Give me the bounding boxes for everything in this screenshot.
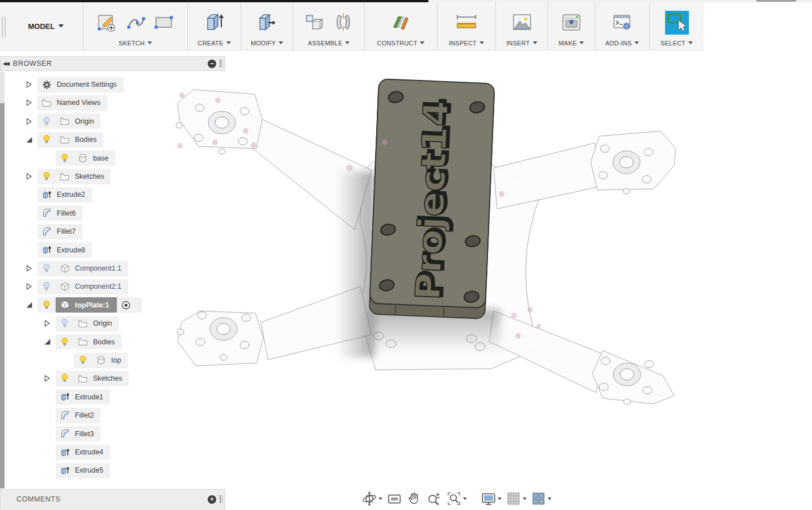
tree-row-extrude2[interactable]: Extrude2 [0,187,92,203]
activate-component-radio-icon[interactable] [117,297,135,313]
display-settings-icon [481,491,497,507]
viewports-tool[interactable] [529,490,553,507]
toolbar-group-sketch: SKETCH [83,2,187,50]
toolbar-group-assemble: ASSEMBLE [293,2,364,50]
comments-panel-header[interactable]: COMMENTS + [0,489,225,509]
rectangle-tool-icon[interactable] [153,11,175,34]
expand-arrow-icon[interactable] [20,113,37,129]
toolbar-group-modify: MODIFY [241,2,293,50]
viewports-icon [531,491,546,507]
select-menu[interactable]: SELECT [660,40,693,48]
tree-row-fillet3[interactable]: Fillet3 [0,426,100,441]
visibility-bulb-icon[interactable] [37,279,56,294]
toolbar-group-select: SELECT [649,2,704,50]
construction-plane-icon[interactable] [390,11,413,34]
tree-row-bodies[interactable]: Bodies [0,132,103,147]
visibility-bulb-icon[interactable] [74,353,92,368]
orbit-tool[interactable] [360,490,384,507]
tree-row-component2-1[interactable]: Component2:1 [0,279,128,294]
top-plate-body[interactable]: Project14 Project14 [369,79,494,319]
selected-item-highlight[interactable]: topPlate:1 [56,297,117,313]
expand-arrow-icon[interactable] [20,77,37,92]
collapse-arrow-icon[interactable] [39,334,56,349]
3d-print-icon[interactable] [560,11,583,34]
construct-menu[interactable]: CONSTRUCT [377,40,425,48]
addins-menu[interactable]: ADD-INS [605,40,639,48]
expand-arrow-icon[interactable] [20,95,37,111]
scripts-addins-icon[interactable] [611,11,634,34]
grid-settings-tool[interactable] [504,490,528,507]
fit-tool[interactable] [445,490,468,507]
collapse-arrow-icon[interactable] [20,132,37,147]
tree-row-extrude8[interactable]: Extrude8 [0,242,92,258]
gear-icon [37,77,56,92]
visibility-bulb-icon[interactable] [37,169,56,184]
measure-tool-icon[interactable] [454,11,479,34]
assemble-menu[interactable]: ASSEMBLE [308,40,350,48]
tree-row-sketches[interactable]: Sketches [0,169,111,184]
tree-row-extrude5[interactable]: Extrude5 [0,463,110,478]
arrow-spacer [39,426,56,441]
tree-row-bodies[interactable]: Bodies [0,334,121,349]
press-pull-tool-icon[interactable] [256,11,279,34]
select-tool-active[interactable] [665,11,689,35]
expand-arrow-icon[interactable] [20,261,37,276]
modify-menu[interactable]: MODIFY [251,40,283,48]
visibility-bulb-icon[interactable] [37,132,56,147]
workspace-selector[interactable]: MODEL [9,2,83,50]
extrude-feature-icon [56,445,74,460]
toolbar-drag-handle[interactable] [0,2,9,50]
expand-arrow-icon[interactable] [20,169,37,184]
expand-arrow-icon[interactable] [39,316,56,331]
visibility-bulb-icon[interactable] [56,316,74,331]
create-sketch-icon[interactable] [96,11,119,34]
tree-row-topplate-1[interactable]: topPlate:1 [0,297,142,313]
create-menu[interactable]: CREATE [197,40,230,48]
tree-row-named-views[interactable]: Named Views [0,95,107,111]
tree-row-extrude4[interactable]: Extrude4 [0,445,110,460]
tree-row-fillet2[interactable]: Fillet2 [0,408,100,423]
spline-tool-icon[interactable] [124,11,147,34]
tree-row-document-settings[interactable]: Document Settings [0,77,124,92]
visibility-bulb-icon[interactable] [37,261,56,276]
tree-row-fillet7[interactable]: Fillet7 [0,224,82,239]
visibility-bulb-icon[interactable] [37,297,56,313]
expand-arrow-icon[interactable] [20,279,37,294]
zoom-icon [426,491,442,507]
tree-row-origin[interactable]: Origin [0,316,119,331]
tree-row-sketches[interactable]: Sketches [0,371,129,386]
tree-item-label: Extrude2 [57,191,85,199]
insert-image-icon[interactable] [511,11,533,34]
visibility-bulb-icon[interactable] [56,371,74,386]
chevron-down-icon [148,41,152,45]
joint-tool-icon[interactable] [332,11,355,34]
tree-row-base[interactable]: base [0,150,115,166]
tree-row-component1-1[interactable]: Component1:1 [0,261,128,276]
expand-arrow-icon[interactable] [39,371,56,386]
visibility-bulb-icon[interactable] [56,334,74,349]
inspect-menu[interactable]: INSPECT [449,40,484,48]
arrow-spacer [39,408,56,423]
zoom-tool[interactable] [425,490,443,507]
make-menu[interactable]: MAKE [559,40,584,48]
pan-tool[interactable] [405,490,423,507]
tree-item-label: top [111,356,121,364]
extrude-tool-icon[interactable] [203,11,226,34]
body-icon [74,150,92,166]
plus-circle-icon[interactable]: + [208,495,216,504]
tree-row-extrude1[interactable]: Extrude1 [0,389,110,404]
tree-row-fillet6[interactable]: Fillet6 [0,205,82,221]
insert-menu[interactable]: INSERT [506,40,537,48]
panel-resize-handle[interactable] [220,495,222,503]
display-settings-tool[interactable] [479,490,503,507]
visibility-bulb-icon[interactable] [37,113,56,129]
folder-icon [74,316,92,331]
tree-row-origin[interactable]: Origin [0,113,100,129]
new-component-icon[interactable] [304,11,326,34]
look-at-tool[interactable] [385,490,403,507]
fillet-feature-icon [56,408,74,423]
tree-row-top[interactable]: top [0,353,128,368]
sketch-menu[interactable]: SKETCH [119,40,152,48]
visibility-bulb-icon[interactable] [56,150,74,166]
collapse-arrow-icon[interactable] [20,297,37,313]
